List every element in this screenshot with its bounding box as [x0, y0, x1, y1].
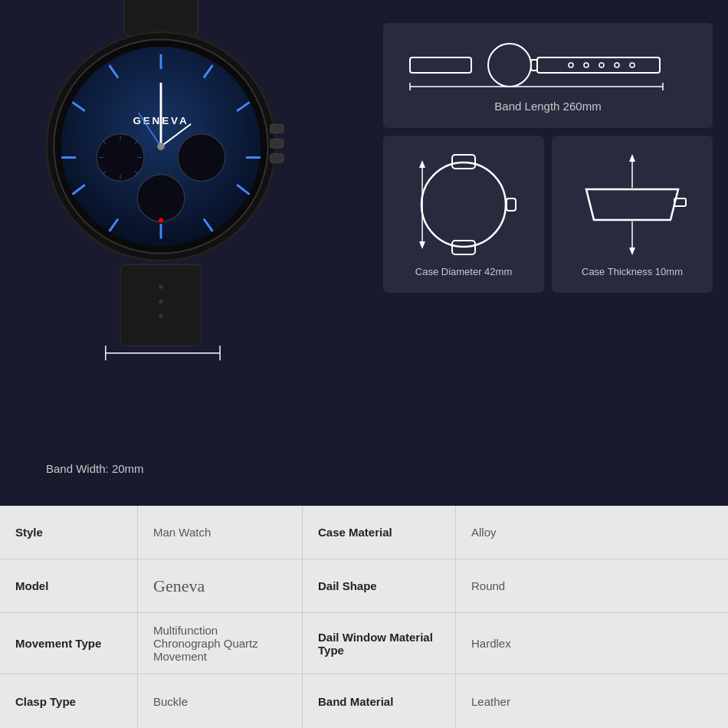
svg-rect-44 [410, 57, 471, 73]
svg-rect-0 [124, 0, 198, 36]
svg-rect-47 [537, 57, 660, 73]
band-length-label: Band Length 260mm [494, 100, 601, 113]
band-material-value: Leather [456, 674, 728, 728]
dail-shape-value: Round [456, 559, 728, 612]
case-diameter-box: Case Diameter 42mm [383, 136, 544, 293]
model-label: Model [0, 559, 138, 612]
dail-shape-label: Dail Shape [303, 559, 456, 612]
svg-point-40 [159, 218, 163, 223]
movement-label: Movement Type [0, 613, 138, 674]
svg-rect-59 [507, 198, 516, 211]
case-thickness-label: Case Thickness 10mm [582, 266, 683, 277]
specs-area: Band Length 260mm [368, 0, 728, 506]
svg-point-2 [159, 284, 163, 289]
svg-point-36 [157, 143, 165, 150]
case-thickness-diagram [575, 151, 690, 258]
svg-point-3 [159, 299, 163, 303]
svg-rect-46 [531, 60, 537, 71]
table-row: Clasp Type Buckle Band Material Leather [0, 674, 728, 728]
svg-point-56 [421, 162, 506, 247]
svg-marker-65 [629, 154, 635, 162]
table-row: Movement Type Multifunction Chronograph … [0, 613, 728, 674]
svg-point-48 [569, 63, 573, 67]
svg-marker-67 [629, 248, 635, 255]
svg-rect-38 [271, 139, 284, 148]
clasp-value: Buckle [138, 674, 303, 728]
case-material-value: Alloy [456, 506, 728, 559]
svg-rect-39 [271, 154, 284, 163]
case-thickness-box: Case Thickness 10mm [552, 136, 713, 293]
svg-marker-62 [419, 241, 425, 249]
watch-area: GENEVA Band Width: 20mm [0, 0, 368, 506]
svg-point-51 [615, 63, 619, 67]
table-row: Model Geneva Dail Shape Round [0, 559, 728, 613]
svg-point-50 [599, 63, 604, 67]
case-diameter-diagram [402, 151, 525, 258]
style-value: Man Watch [138, 506, 303, 559]
case-diameter-label: Case Diameter 42mm [415, 266, 512, 277]
svg-point-45 [488, 44, 531, 87]
band-material-label: Band Material [303, 674, 456, 728]
watch-illustration: GENEVA [0, 0, 322, 368]
svg-rect-1 [120, 264, 202, 346]
svg-point-22 [137, 175, 185, 222]
svg-point-23 [178, 134, 225, 182]
svg-point-49 [584, 63, 589, 67]
case-specs-row: Case Diameter 42mm Ca [383, 136, 713, 293]
band-length-box: Band Length 260mm [383, 23, 713, 128]
clasp-label: Clasp Type [0, 674, 138, 728]
dail-window-label: Dail Window Material Type [303, 613, 456, 674]
band-width-label: Band Width: 20mm [46, 462, 144, 475]
specs-table: Style Man Watch Case Material Alloy Mode… [0, 506, 728, 728]
dail-window-value: Hardlex [456, 613, 728, 674]
style-label: Style [0, 506, 138, 559]
svg-rect-37 [271, 124, 284, 133]
case-material-label: Case Material [303, 506, 456, 559]
svg-marker-61 [419, 160, 425, 168]
movement-value: Multifunction Chronograph Quartz Movemen… [138, 613, 303, 674]
top-section: GENEVA Band Width: 20mm [0, 0, 728, 506]
model-value: Geneva [138, 559, 303, 612]
svg-point-4 [159, 314, 163, 319]
band-length-diagram [402, 38, 694, 92]
svg-point-52 [630, 63, 635, 67]
table-row: Style Man Watch Case Material Alloy [0, 506, 728, 559]
